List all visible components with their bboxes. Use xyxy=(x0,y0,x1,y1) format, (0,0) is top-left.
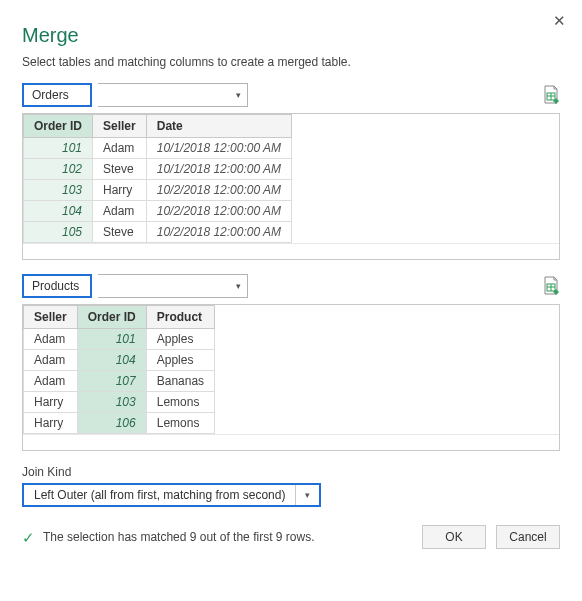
cell-date[interactable]: 10/1/2018 12:00:00 AM xyxy=(146,159,291,180)
table-row[interactable]: Harry106Lemons xyxy=(24,413,215,434)
table1-picker-row: Orders ▾ xyxy=(22,83,560,107)
table1-grid: Order IDSellerDate 101Adam10/1/2018 12:0… xyxy=(22,113,560,260)
table-row[interactable]: Adam107Bananas xyxy=(24,371,215,392)
cell-order-id[interactable]: 103 xyxy=(77,392,146,413)
cell-seller[interactable]: Steve xyxy=(93,159,147,180)
cell-order-id[interactable]: 106 xyxy=(77,413,146,434)
dialog-subtitle: Select tables and matching columns to cr… xyxy=(22,55,560,69)
column-header[interactable]: Seller xyxy=(24,306,78,329)
chevron-down-icon: ▾ xyxy=(236,90,241,100)
cell-order-id[interactable]: 107 xyxy=(77,371,146,392)
merge-dialog: ✕ Merge Select tables and matching colum… xyxy=(0,0,582,565)
status-text: The selection has matched 9 out of the f… xyxy=(43,530,422,544)
chevron-down-icon: ▾ xyxy=(236,281,241,291)
cell-product[interactable]: Bananas xyxy=(146,371,214,392)
svg-point-3 xyxy=(554,290,558,294)
column-header[interactable]: Order ID xyxy=(24,115,93,138)
cell-order-id[interactable]: 103 xyxy=(24,180,93,201)
table-row[interactable]: Adam104Apples xyxy=(24,350,215,371)
table1-select[interactable]: Orders xyxy=(22,83,92,107)
table-settings-icon[interactable] xyxy=(542,276,560,296)
cell-order-id[interactable]: 104 xyxy=(24,201,93,222)
table-row[interactable]: Adam101Apples xyxy=(24,329,215,350)
cell-date[interactable]: 10/2/2018 12:00:00 AM xyxy=(146,222,291,243)
cell-product[interactable]: Apples xyxy=(146,329,214,350)
cell-order-id[interactable]: 105 xyxy=(24,222,93,243)
dialog-title: Merge xyxy=(22,24,560,47)
column-header[interactable]: Order ID xyxy=(77,306,146,329)
column-header[interactable]: Product xyxy=(146,306,214,329)
cell-seller[interactable]: Adam xyxy=(93,201,147,222)
ok-button[interactable]: OK xyxy=(422,525,486,549)
cell-order-id[interactable]: 101 xyxy=(24,138,93,159)
close-icon[interactable]: ✕ xyxy=(553,12,566,30)
table2-picker-row: Products ▾ xyxy=(22,274,560,298)
table2-select[interactable]: Products xyxy=(22,274,92,298)
table1-select-value: Orders xyxy=(32,88,69,102)
cell-seller[interactable]: Adam xyxy=(24,371,78,392)
table2-select-value: Products xyxy=(32,279,79,293)
cell-product[interactable]: Lemons xyxy=(146,392,214,413)
table-row[interactable]: 104Adam10/2/2018 12:00:00 AM xyxy=(24,201,292,222)
cell-seller[interactable]: Adam xyxy=(24,329,78,350)
join-kind-label: Join Kind xyxy=(22,465,560,479)
column-header[interactable]: Date xyxy=(146,115,291,138)
join-kind-select[interactable]: Left Outer (all from first, matching fro… xyxy=(22,483,321,507)
cancel-button[interactable]: Cancel xyxy=(496,525,560,549)
cell-product[interactable]: Lemons xyxy=(146,413,214,434)
cell-seller[interactable]: Adam xyxy=(93,138,147,159)
table-row[interactable]: 105Steve10/2/2018 12:00:00 AM xyxy=(24,222,292,243)
cell-order-id[interactable]: 102 xyxy=(24,159,93,180)
cell-product[interactable]: Apples xyxy=(146,350,214,371)
table1-col-select[interactable]: ▾ xyxy=(98,83,248,107)
cell-seller[interactable]: Harry xyxy=(24,413,78,434)
chevron-down-icon: ▾ xyxy=(295,485,319,505)
cell-seller[interactable]: Harry xyxy=(93,180,147,201)
check-icon: ✓ xyxy=(22,530,35,545)
table-row[interactable]: 103Harry10/2/2018 12:00:00 AM xyxy=(24,180,292,201)
table-row[interactable]: Harry103Lemons xyxy=(24,392,215,413)
cell-date[interactable]: 10/2/2018 12:00:00 AM xyxy=(146,180,291,201)
join-kind-value: Left Outer (all from first, matching fro… xyxy=(24,488,295,502)
table-row[interactable]: 101Adam10/1/2018 12:00:00 AM xyxy=(24,138,292,159)
cell-seller[interactable]: Steve xyxy=(93,222,147,243)
table-row[interactable]: 102Steve10/1/2018 12:00:00 AM xyxy=(24,159,292,180)
cell-date[interactable]: 10/2/2018 12:00:00 AM xyxy=(146,201,291,222)
cell-seller[interactable]: Adam xyxy=(24,350,78,371)
cell-order-id[interactable]: 101 xyxy=(77,329,146,350)
table2-grid: SellerOrder IDProduct Adam101ApplesAdam1… xyxy=(22,304,560,451)
status-row: ✓ The selection has matched 9 out of the… xyxy=(22,525,560,549)
cell-order-id[interactable]: 104 xyxy=(77,350,146,371)
svg-point-1 xyxy=(554,99,558,103)
cell-seller[interactable]: Harry xyxy=(24,392,78,413)
column-header[interactable]: Seller xyxy=(93,115,147,138)
table2-col-select[interactable]: ▾ xyxy=(98,274,248,298)
cell-date[interactable]: 10/1/2018 12:00:00 AM xyxy=(146,138,291,159)
table-settings-icon[interactable] xyxy=(542,85,560,105)
